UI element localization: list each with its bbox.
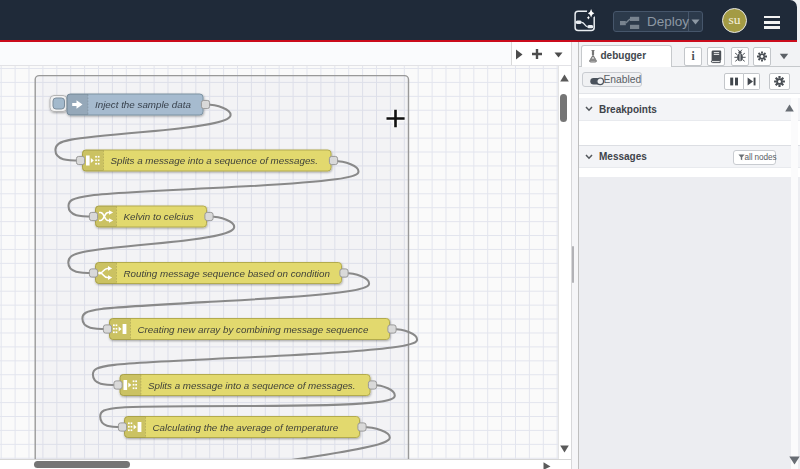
svg-text:Routing message sequence based: Routing message sequence based on condit… — [124, 268, 330, 279]
svg-text:Inject the sample data: Inject the sample data — [95, 99, 191, 110]
svg-text:Kelvin to celcius: Kelvin to celcius — [124, 211, 194, 222]
svg-text:Splits a message into a sequen: Splits a message into a sequence of mess… — [148, 380, 356, 391]
svg-text:Splits a message into a sequen: Splits a message into a sequence of mess… — [111, 155, 319, 166]
svg-text:Creating new array by combinin: Creating new array by combining message … — [138, 324, 369, 335]
svg-text:Calculating the the average of: Calculating the the average of temperatu… — [153, 422, 339, 433]
